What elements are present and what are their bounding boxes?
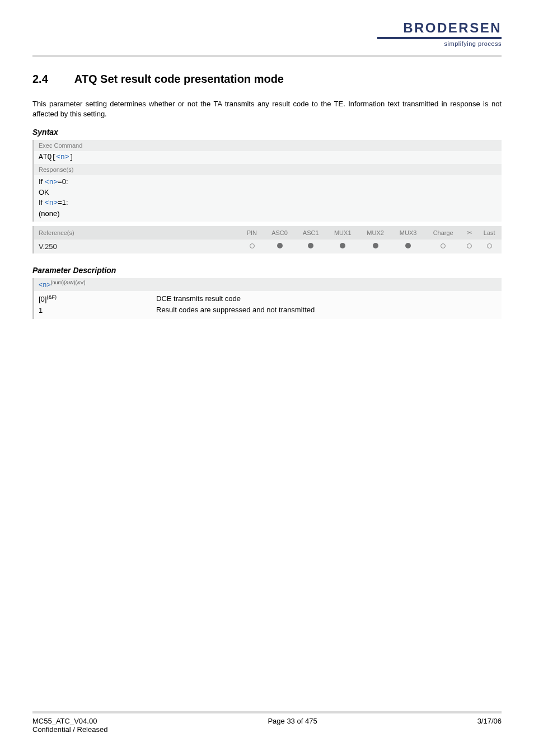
open-circle-icon [467,243,472,248]
footer-date: 3/17/06 [477,717,502,734]
header-divider [32,55,502,57]
ref-cell-asc0 [264,240,296,253]
ref-col-asc1: ASC1 [295,226,326,240]
param-row-0-key-text: [0] [39,295,46,303]
responses-block: If <n>=0: OK If <n>=1: (none) [32,175,502,222]
filled-circle-icon [277,243,283,248]
param-row-1: 1 Result codes are suppressed and not tr… [39,304,497,316]
resp-if-1-a: If [39,198,45,206]
intro-paragraph: This parameter setting determines whethe… [32,99,502,119]
ref-col-tools-icon: ✂ [462,226,477,240]
ref-cell-last [477,240,502,253]
param-row-0-key-sup: (&F) [46,294,57,300]
param-tag-name: <n> [39,281,51,289]
ref-table-data-row: V.250 [34,240,502,253]
ref-cell-mux1 [326,240,359,253]
open-circle-icon [441,243,446,248]
ref-col-charge: Charge [424,226,462,240]
param-desc-block: <n>(num)(&W)(&V) [0](&F) DCE transmits r… [32,278,502,319]
resp-if-1-param: <n> [45,199,58,207]
param-tag-row: <n>(num)(&W)(&V) [32,278,502,291]
tools-icon: ✂ [467,229,472,237]
ref-col-pin: PIN [241,226,264,240]
ref-cell-asc1 [295,240,326,253]
syntax-block: Exec Command ATQ[<n>] Response(s) If <n>… [32,140,502,253]
filled-circle-icon [405,243,411,248]
reference-table: Reference(s) PIN ASC0 ASC1 MUX1 MUX2 MUX… [32,226,502,253]
syntax-heading: Syntax [32,128,502,137]
ref-cell-tools [462,240,477,253]
exec-command-value: ATQ[<n>] [32,151,502,164]
footer-status: Confidential / Released [32,725,107,734]
resp-if-0-param: <n> [45,178,58,186]
param-tag-sup: (num)(&W)(&V) [51,280,86,285]
ref-col-mux3: MUX3 [392,226,424,240]
filled-circle-icon [308,243,313,248]
open-circle-icon [250,243,255,248]
section-number: 2.4 [32,73,72,86]
filled-circle-icon [340,243,345,248]
resp-ok: OK [39,187,497,198]
footer-divider [32,711,502,713]
ref-col-asc0: ASC0 [264,226,296,240]
filled-circle-icon [373,243,378,248]
param-row-0: [0](&F) DCE transmits result code [39,293,497,304]
ref-col-last: Last [477,226,502,240]
brand-logo: BRODERSEN [32,20,502,36]
param-row-1-key: 1 [39,304,156,316]
brand-header: BRODERSEN simplifying process [32,20,502,47]
exec-cmd-param: <n> [56,153,69,161]
param-row-0-key: [0](&F) [39,293,156,304]
footer-doc-id: MC55_ATC_V04.00 [32,717,107,725]
section-heading-text: ATQ Set result code presentation mode [74,73,284,85]
param-row-1-desc: Result codes are suppressed and not tran… [156,304,497,316]
ref-cell-pin [241,240,264,253]
param-desc-heading: Parameter Description [32,266,502,275]
resp-if-1-c: =1: [58,198,68,206]
exec-command-label: Exec Command [32,140,502,151]
resp-none: (none) [39,209,497,219]
ref-table-header-row: Reference(s) PIN ASC0 ASC1 MUX1 MUX2 MUX… [34,226,502,240]
ref-col-mux1: MUX1 [326,226,359,240]
ref-cell-charge [424,240,462,253]
ref-col-references: Reference(s) [34,226,241,240]
brand-tagline: simplifying process [32,40,502,47]
ref-row-label: V.250 [34,240,241,253]
ref-col-mux2: MUX2 [359,226,391,240]
param-values: [0](&F) DCE transmits result code 1 Resu… [32,291,502,320]
responses-label: Response(s) [32,164,502,175]
resp-if-0-c: =0: [58,177,68,186]
param-row-0-desc: DCE transmits result code [156,293,497,304]
open-circle-icon [487,243,492,248]
ref-cell-mux3 [392,240,424,253]
exec-cmd-suffix: ] [69,153,74,161]
footer-page: Page 33 of 475 [268,717,317,734]
section-title: 2.4 ATQ Set result code presentation mod… [32,73,502,86]
page-footer: MC55_ATC_V04.00 Confidential / Released … [32,711,502,734]
param-row-1-key-text: 1 [39,306,43,314]
exec-cmd-prefix: ATQ[ [39,153,56,161]
ref-cell-mux2 [359,240,391,253]
brand-rule [377,37,502,39]
resp-if-0-a: If [39,177,45,186]
